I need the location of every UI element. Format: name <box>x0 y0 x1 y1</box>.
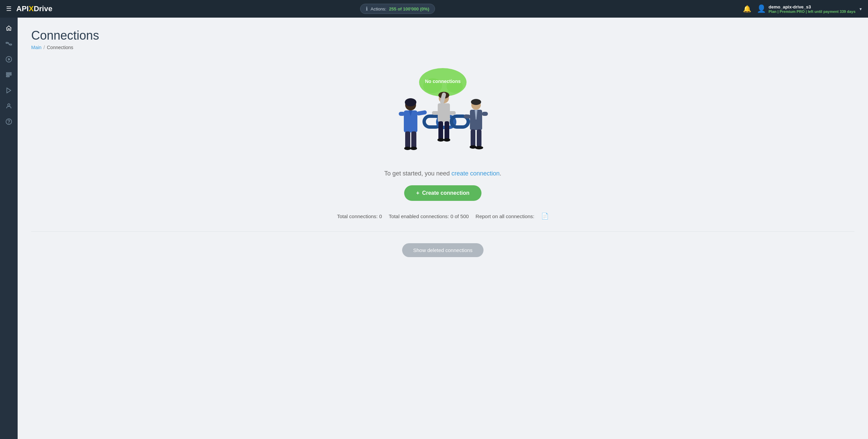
bell-icon[interactable]: 🔔 <box>743 5 751 13</box>
svg-rect-25 <box>405 131 410 148</box>
user-name: demo_apix-drive_s3 <box>769 4 855 9</box>
sidebar-item-connections[interactable] <box>2 37 16 51</box>
layout: Connections Main / Connections No <box>0 18 868 439</box>
divider <box>31 231 854 232</box>
svg-rect-9 <box>6 76 9 77</box>
total-enabled-connections-label: Total enabled connections: 0 of 500 <box>389 213 469 219</box>
topnav: ☰ APIXDrive .logo-wrap-line { display:bl… <box>0 0 868 18</box>
svg-rect-34 <box>438 103 450 122</box>
svg-point-40 <box>437 138 444 142</box>
user-avatar-icon: 👤 <box>757 4 766 13</box>
user-details: demo_apix-drive_s3 Plan | Premium PRO | … <box>769 4 855 14</box>
svg-rect-49 <box>477 129 481 147</box>
svg-rect-48 <box>471 129 475 147</box>
user-info[interactable]: 👤 demo_apix-drive_s3 Plan | Premium PRO … <box>757 4 862 14</box>
sidebar-item-billing[interactable] <box>2 52 16 66</box>
cta-link[interactable]: create connection <box>452 170 500 177</box>
info-icon: ℹ <box>366 6 368 12</box>
cta-text-before: To get started, you need <box>384 170 450 177</box>
logo-drive: Drive <box>34 4 52 13</box>
cta-text: To get started, you need create connecti… <box>384 170 501 177</box>
svg-rect-0 <box>6 42 8 43</box>
actions-count: 255 of 100'000 (0%) <box>389 6 429 12</box>
topnav-right: 🔔 👤 demo_apix-drive_s3 Plan | Premium PR… <box>743 4 862 14</box>
chevron-down-icon: ▾ <box>860 6 862 12</box>
topnav-left: ☰ APIXDrive .logo-wrap-line { display:bl… <box>6 4 52 13</box>
illustration-svg: No connections <box>378 64 507 162</box>
topnav-center: ℹ Actions: 255 of 100'000 (0%) <box>52 4 743 14</box>
show-deleted-connections-button[interactable]: Show deleted connections <box>402 243 483 257</box>
hamburger-icon[interactable]: ☰ <box>6 5 12 13</box>
show-deleted-label: Show deleted connections <box>413 247 472 253</box>
breadcrumb-separator: / <box>43 45 45 50</box>
svg-point-11 <box>8 104 10 106</box>
create-btn-icon: + <box>416 190 419 196</box>
logo-api: API <box>16 4 29 13</box>
svg-point-43 <box>471 99 481 105</box>
page-title: Connections <box>31 28 854 43</box>
sidebar-item-home[interactable] <box>2 21 16 35</box>
report-label: Report on all connections: <box>476 213 534 219</box>
svg-rect-1 <box>10 44 12 45</box>
svg-point-41 <box>443 138 450 142</box>
breadcrumb-main-link[interactable]: Main <box>31 45 41 50</box>
svg-rect-26 <box>411 131 416 148</box>
sidebar-item-profile[interactable] <box>2 99 16 113</box>
create-btn-label: Create connection <box>422 190 470 196</box>
svg-rect-47 <box>482 112 488 116</box>
sidebar-item-help[interactable] <box>2 114 16 129</box>
stats-row: Total connections: 0 Total enabled conne… <box>337 212 549 220</box>
illustration: No connections <box>378 64 507 162</box>
svg-point-27 <box>404 147 411 150</box>
center-area: No connections <box>31 64 854 257</box>
actions-badge: ℹ Actions: 255 of 100'000 (0%) <box>360 4 435 14</box>
svg-marker-10 <box>7 88 11 93</box>
sidebar-item-tools[interactable] <box>2 68 16 82</box>
svg-rect-38 <box>438 121 443 140</box>
svg-rect-24 <box>416 110 427 116</box>
logo: APIXDrive .logo-wrap-line { display:bloc… <box>16 4 52 13</box>
svg-rect-37 <box>449 111 456 115</box>
user-plan: Plan | Premium PRO | left until payment … <box>769 9 855 14</box>
svg-text:No connections: No connections <box>425 79 460 84</box>
sidebar <box>0 18 18 439</box>
actions-label: Actions: <box>371 6 386 12</box>
svg-rect-8 <box>6 74 12 75</box>
sidebar-item-video[interactable] <box>2 83 16 98</box>
breadcrumb: Main / Connections <box>31 45 854 50</box>
svg-rect-39 <box>445 121 449 140</box>
svg-point-13 <box>9 123 9 123</box>
create-connection-button[interactable]: + Create connection <box>404 185 482 201</box>
cta-text-after: . <box>500 170 501 177</box>
svg-rect-36 <box>432 111 439 115</box>
svg-point-28 <box>410 147 417 150</box>
svg-rect-23 <box>399 112 405 116</box>
logo-x: X <box>29 4 34 13</box>
total-connections-label: Total connections: 0 <box>337 213 382 219</box>
svg-point-20 <box>405 98 416 106</box>
svg-point-51 <box>475 146 483 149</box>
svg-rect-7 <box>6 72 12 74</box>
breadcrumb-current: Connections <box>47 45 73 50</box>
report-icon[interactable]: 📄 <box>541 212 549 220</box>
main-content: Connections Main / Connections No <box>18 18 868 439</box>
